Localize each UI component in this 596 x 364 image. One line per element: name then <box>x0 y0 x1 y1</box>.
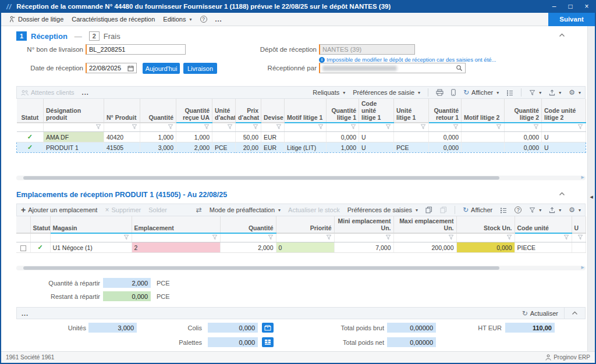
column-header[interactable]: Emplacement <box>132 216 220 233</box>
grid-cell[interactable] <box>16 242 30 253</box>
grid-cell[interactable]: 1,000 <box>140 132 176 142</box>
filter-cell[interactable] <box>515 233 572 242</box>
supprimer-button[interactable]: ×Supprimer <box>105 206 141 214</box>
filter-dropdown[interactable]: ▾ <box>529 207 541 213</box>
grid-cell[interactable]: Litige (LIT) <box>285 142 327 153</box>
filter-dropdown[interactable]: ▾ <box>529 90 541 96</box>
scrollbar-thumb[interactable] <box>23 266 499 270</box>
grid1-hscrollbar[interactable]: ▶ <box>16 176 586 180</box>
grid-cell[interactable]: EUR <box>261 132 285 142</box>
column-header[interactable] <box>16 216 30 233</box>
mobile-device-button[interactable] <box>451 89 456 96</box>
grid-cell[interactable]: U <box>542 132 586 142</box>
grid1-more-button[interactable]: ... <box>82 89 89 96</box>
filter-cell[interactable] <box>359 123 394 132</box>
column-list-button[interactable] <box>506 90 513 96</box>
grid2-hscrollbar[interactable]: ▶ <box>16 266 586 270</box>
filter-cell[interactable] <box>327 123 359 132</box>
filter-funnel-icon[interactable] <box>533 124 539 130</box>
grid-cell[interactable]: PRODUIT 1 <box>44 142 104 153</box>
grid-cell[interactable]: 0,000 <box>327 132 359 142</box>
grid-row[interactable]: ✓U1 Négoce (1)22,00007,000200,0000,000PI… <box>16 242 586 253</box>
column-header[interactable]: Code unité <box>515 216 572 233</box>
filter-cell[interactable] <box>104 123 140 132</box>
suivant-button[interactable]: Suivant <box>548 13 595 26</box>
filter-cell[interactable] <box>394 123 429 132</box>
filter-cell[interactable] <box>505 123 542 132</box>
grid-cell[interactable]: 0,000 <box>429 132 462 142</box>
grid-cell[interactable]: 2 <box>132 242 220 253</box>
filter-funnel-icon[interactable] <box>276 124 282 130</box>
menubar-more-button[interactable]: ... <box>215 16 222 23</box>
settings-dropdown[interactable]: ⚙▾ <box>569 206 581 213</box>
afficher-dropdown[interactable]: ↻Afficher▾ <box>463 89 499 96</box>
grid-cell[interactable]: U <box>359 142 394 153</box>
grid-cell[interactable] <box>572 242 586 253</box>
filter-funnel-icon[interactable] <box>227 124 233 130</box>
column-header[interactable]: Motif litige 2 <box>462 99 505 123</box>
afficher-button[interactable]: ↻Afficher <box>463 206 492 213</box>
section2-collapse-icon[interactable] <box>559 192 565 196</box>
filter-funnel-icon[interactable] <box>168 124 173 130</box>
filter-funnel-icon[interactable] <box>318 124 324 130</box>
receiver-input[interactable] <box>319 63 466 73</box>
grid-cell[interactable]: 0 <box>276 242 334 253</box>
filter-cell[interactable] <box>429 123 462 132</box>
grid-cell[interactable]: 0,000 <box>456 242 515 253</box>
grid-row[interactable]: ✓PRODUIT 1415053,0002,000PCE20,00EURLiti… <box>17 142 586 153</box>
attentes-clients-button[interactable]: Attentes clients <box>21 89 74 96</box>
filter-cell[interactable] <box>212 123 236 132</box>
filter-cell[interactable] <box>50 233 132 242</box>
totals-more-button[interactable]: ... <box>22 310 29 317</box>
swap-button[interactable]: ⇄ <box>196 206 202 213</box>
colis-package-button[interactable] <box>262 323 274 333</box>
filter-funnel-icon[interactable] <box>448 234 454 240</box>
column-header[interactable]: Quantité <box>140 99 176 123</box>
actualiser-button[interactable]: ↻Actualiser <box>522 310 558 317</box>
column-header[interactable]: Mini emplacement Un. <box>334 216 393 233</box>
copy-button[interactable] <box>425 206 432 213</box>
editions-dropdown[interactable]: Editions▾ <box>163 16 191 23</box>
filter-funnel-icon[interactable] <box>496 124 502 130</box>
search-icon[interactable] <box>456 65 463 72</box>
close-button[interactable]: × <box>579 0 595 13</box>
column-header[interactable]: Désignation produit <box>44 99 104 123</box>
filter-cell[interactable] <box>30 233 50 242</box>
column-list-button[interactable] <box>500 207 507 213</box>
grid-cell[interactable]: 200,000 <box>393 242 456 253</box>
grid-cell[interactable]: AMA DF <box>44 132 104 142</box>
grid-cell[interactable]: 50,00 <box>236 132 261 142</box>
grid-cell[interactable]: ✓ <box>17 142 44 153</box>
grid-cell[interactable]: 3,000 <box>140 142 176 153</box>
filter-funnel-icon[interactable] <box>506 234 512 240</box>
filter-funnel-icon[interactable] <box>420 124 426 130</box>
filter-funnel-icon[interactable] <box>577 124 583 130</box>
filter-funnel-icon[interactable] <box>350 124 356 130</box>
grid-cell[interactable] <box>212 132 236 142</box>
print-button[interactable] <box>436 89 444 96</box>
column-header[interactable]: Quantité litige 2 <box>505 99 542 123</box>
filter-cell[interactable] <box>44 123 104 132</box>
grid-cell[interactable]: U <box>542 142 586 153</box>
bl-input[interactable]: BL_2208251 <box>86 44 186 55</box>
filter-cell[interactable] <box>140 123 176 132</box>
colis-value[interactable]: 0,000 <box>208 323 258 333</box>
column-header[interactable]: Unité litige 1 <box>394 99 429 123</box>
grid-cell[interactable]: U1 Négoce (1) <box>50 242 132 253</box>
scrollbar-thumb[interactable] <box>23 176 499 180</box>
scroll-right-arrow-icon[interactable]: ▶ <box>581 265 584 270</box>
grid2-help-button[interactable]: ? <box>515 206 522 213</box>
filter-cell[interactable] <box>17 123 44 132</box>
filter-cell[interactable] <box>456 233 515 242</box>
column-header[interactable]: Motif litige 1 <box>285 99 327 123</box>
filter-cell[interactable] <box>334 233 393 242</box>
column-header[interactable]: Magasin <box>50 216 132 233</box>
dossier-litige-button[interactable]: Dossier de litige <box>9 16 63 23</box>
filter-funnel-icon[interactable] <box>385 124 391 130</box>
grid-cell[interactable] <box>285 132 327 142</box>
filter-funnel-icon[interactable] <box>268 234 274 240</box>
column-header[interactable]: Code unité litige 1 <box>359 99 394 123</box>
minimize-button[interactable]: – <box>546 0 562 13</box>
palettes-value[interactable]: 0,000 <box>208 337 258 347</box>
column-header[interactable]: Code unité litige 2 <box>542 99 586 123</box>
